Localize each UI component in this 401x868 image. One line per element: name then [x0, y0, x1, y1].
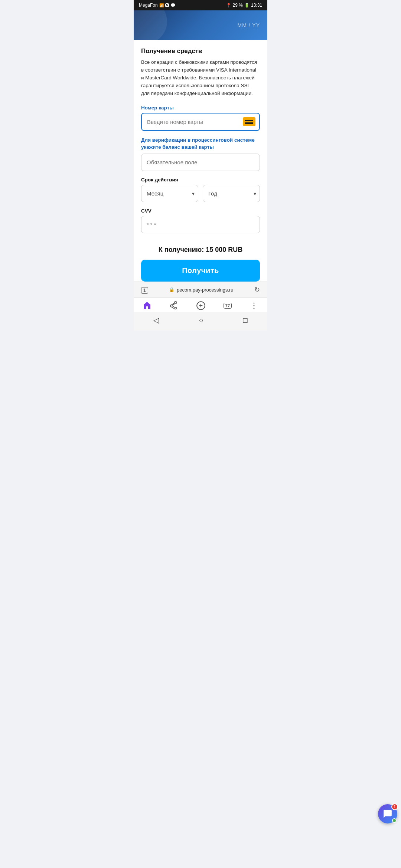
whatsapp-icon: 💬 — [170, 3, 176, 8]
url-text: pecom.pay-processings.ru — [177, 287, 233, 293]
section-desc: Все операции с банковскими картами прово… — [141, 59, 260, 98]
nfc-icon: N — [165, 3, 169, 7]
expiry-label: Срок действия — [141, 177, 260, 183]
card-number-wrap — [141, 113, 260, 131]
card-number-label: Номер карты — [141, 105, 260, 111]
main-content: Получение средств Все операции с банковс… — [134, 40, 267, 282]
card-date-placeholder: MM / YY — [238, 22, 260, 28]
submit-button[interactable]: Получить — [141, 260, 260, 282]
expiry-selects-row: Месяц 01020304 05060708 09101112 ▾ Год 2… — [141, 185, 260, 202]
more-icon — [250, 301, 258, 310]
signal-icon: 📶 — [159, 3, 164, 7]
carrier-label: MegaFon — [139, 3, 158, 8]
browser-bar: 1 🔒 pecom.pay-processings.ru ↻ — [134, 282, 267, 297]
recent-button[interactable]: □ — [243, 316, 247, 325]
cvv-input[interactable] — [141, 216, 260, 233]
svg-point-2 — [253, 305, 254, 306]
cvv-wrap — [141, 216, 260, 233]
section-title: Получение средств — [141, 47, 260, 55]
cvv-label: CVV — [141, 208, 260, 214]
nav-home-button[interactable] — [143, 301, 151, 310]
amount-label: К получению: 15 000 RUB — [141, 239, 260, 260]
verification-label: Для верификации в процессинговой системе… — [141, 137, 260, 151]
url-bar[interactable]: 🔒 pecom.pay-processings.ru — [150, 287, 253, 293]
battery-label: 29 % — [233, 3, 243, 8]
balance-input[interactable] — [141, 154, 260, 171]
month-select-wrap: Месяц 01020304 05060708 09101112 ▾ — [141, 185, 198, 202]
status-right: 📍 29 % 🔋 13:31 — [226, 3, 262, 8]
card-scan-icon — [243, 117, 255, 126]
tab-count-label: 77 — [224, 303, 232, 309]
year-select[interactable]: Год 202420252026 202720282029 — [203, 185, 260, 202]
status-bar: MegaFon 📶 N 💬 📍 29 % 🔋 13:31 — [134, 0, 267, 10]
nav-menu-button[interactable] — [250, 301, 258, 310]
reload-button[interactable]: ↻ — [253, 286, 261, 294]
back-button[interactable]: ◁ — [153, 316, 159, 325]
add-icon — [196, 301, 206, 310]
svg-point-3 — [253, 308, 254, 309]
card-number-input[interactable] — [141, 113, 260, 131]
system-nav: ◁ ○ □ — [134, 312, 267, 331]
svg-point-1 — [253, 303, 254, 304]
home-button[interactable]: ○ — [199, 316, 203, 325]
status-left: MegaFon 📶 N 💬 — [139, 3, 176, 8]
nav-bar: 77 — [134, 297, 267, 312]
tabs-label: 1 — [141, 287, 148, 294]
card-number-field-group: Номер карты — [141, 105, 260, 131]
nav-share-button[interactable] — [169, 301, 178, 310]
balance-field-group: Для верификации в процессинговой системе… — [141, 137, 260, 171]
battery-icon: 🔋 — [244, 3, 250, 8]
card-image-top: MM / YY — [134, 10, 267, 40]
nav-add-button[interactable] — [196, 301, 206, 310]
home-icon — [143, 301, 151, 310]
cvv-field-group: CVV — [141, 208, 260, 233]
balance-wrap — [141, 154, 260, 171]
tabs-count-button[interactable]: 1 — [140, 286, 150, 294]
nav-tabs-button[interactable]: 77 — [224, 303, 232, 309]
month-select[interactable]: Месяц 01020304 05060708 09101112 — [141, 185, 198, 202]
time-label: 13:31 — [251, 3, 262, 8]
lock-icon: 🔒 — [169, 287, 175, 292]
year-select-wrap: Год 202420252026 202720282029 ▾ — [203, 185, 260, 202]
expiry-field-group: Срок действия Месяц 01020304 05060708 09… — [141, 177, 260, 202]
share-icon — [169, 301, 178, 310]
location-icon: 📍 — [226, 3, 231, 8]
